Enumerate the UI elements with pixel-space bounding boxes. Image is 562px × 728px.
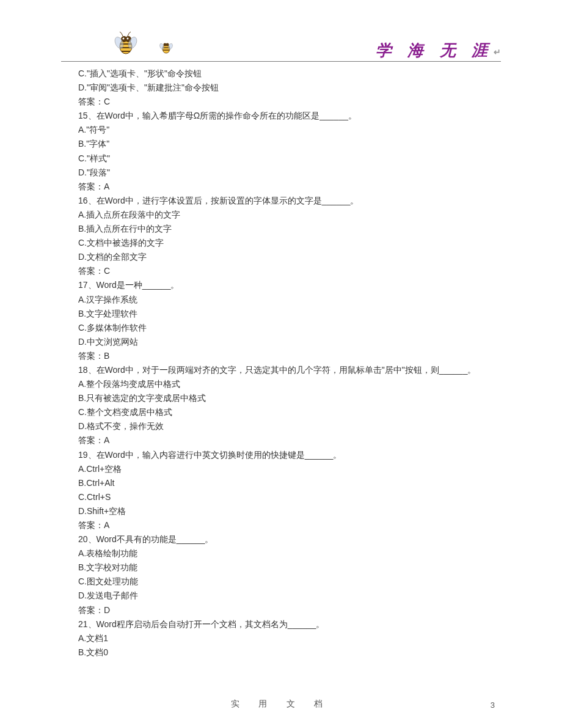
document-body: C."插入"选项卡、"形状"命令按钮 D."审阅"选项卡、"新建批注"命令按钮 … — [0, 62, 562, 660]
text-line: B.文字校对功能 — [78, 561, 489, 575]
text-line: A.插入点所在段落中的文字 — [78, 208, 489, 222]
text-line: D.文档的全部文字 — [78, 250, 489, 264]
text-line: A.Ctrl+空格 — [78, 462, 489, 476]
text-line: 答案：A — [78, 518, 489, 532]
text-line: C.文档中被选择的文字 — [78, 236, 489, 250]
bee-large-icon — [113, 31, 139, 58]
text-line: D.中文浏览网站 — [78, 335, 489, 349]
text-line: 15、在Word中，输入希腊字母Ω所需的操作命令所在的功能区是______。 — [78, 109, 489, 123]
text-line: A.汉字操作系统 — [78, 293, 489, 307]
text-line: D.格式不变，操作无效 — [78, 419, 489, 433]
text-line: 20、Word不具有的功能是______。 — [78, 532, 489, 546]
text-line: C."插入"选项卡、"形状"命令按钮 — [78, 67, 489, 81]
text-line: B.Ctrl+Alt — [78, 476, 489, 490]
text-line: D."审阅"选项卡、"新建批注"命令按钮 — [78, 81, 489, 95]
text-line: 答案：C — [78, 264, 489, 278]
page-number: 3 — [491, 700, 495, 710]
text-line: B."字体" — [78, 137, 489, 151]
text-line: 答案：B — [78, 349, 489, 363]
svg-point-9 — [166, 43, 169, 46]
text-line: A.表格绘制功能 — [78, 546, 489, 561]
bee-small-icon — [159, 40, 173, 56]
footer-text: 实 用 文 档 — [0, 699, 562, 710]
header-motto: 学 海 无 涯↵ — [376, 40, 502, 61]
text-line: C.多媒体制作软件 — [78, 321, 489, 335]
text-line: 答案：C — [78, 95, 489, 109]
text-line: 16、在Word中，进行字体设置后，按新设置的字体显示的文字是______。 — [78, 194, 489, 208]
text-line: 17、Word是一种______。 — [78, 278, 489, 292]
text-line: A.整个段落均变成居中格式 — [78, 377, 489, 391]
text-line: 答案：A — [78, 180, 489, 194]
text-line: D.Shift+空格 — [78, 504, 489, 518]
text-line: B.文档0 — [78, 645, 489, 660]
text-line: C.整个文档变成居中格式 — [78, 405, 489, 419]
text-line: D."段落" — [78, 166, 489, 180]
text-line: C."样式" — [78, 152, 489, 166]
document-page: 学 海 无 涯↵ C."插入"选项卡、"形状"命令按钮 D."审阅"选项卡、"新… — [0, 0, 562, 728]
text-line: A.文档1 — [78, 631, 489, 645]
text-line: 18、在Word中，对于一段两端对齐的文字，只选定其中的几个字符，用鼠标单击"居… — [78, 363, 489, 377]
svg-point-4 — [127, 38, 129, 40]
return-arrow-icon: ↵ — [494, 48, 501, 57]
text-line: 答案：D — [78, 603, 489, 617]
text-line: B.文字处理软件 — [78, 307, 489, 321]
text-line: D.发送电子邮件 — [78, 589, 489, 603]
motto-text: 学 海 无 涯 — [376, 42, 494, 59]
text-line: B.只有被选定的文字变成居中格式 — [78, 391, 489, 405]
text-line: 19、在Word中，输入内容进行中英文切换时使用的快捷键是______。 — [78, 448, 489, 462]
text-line: 答案：A — [78, 433, 489, 447]
text-line: 21、Word程序启动后会自动打开一个文档，其文档名为______。 — [78, 617, 489, 631]
text-line: B.插入点所在行中的文字 — [78, 222, 489, 236]
text-line: C.图文处理功能 — [78, 575, 489, 589]
svg-point-3 — [123, 38, 125, 40]
text-line: C.Ctrl+S — [78, 490, 489, 504]
page-header: 学 海 无 涯↵ — [61, 31, 501, 62]
text-line: A."符号" — [78, 123, 489, 137]
